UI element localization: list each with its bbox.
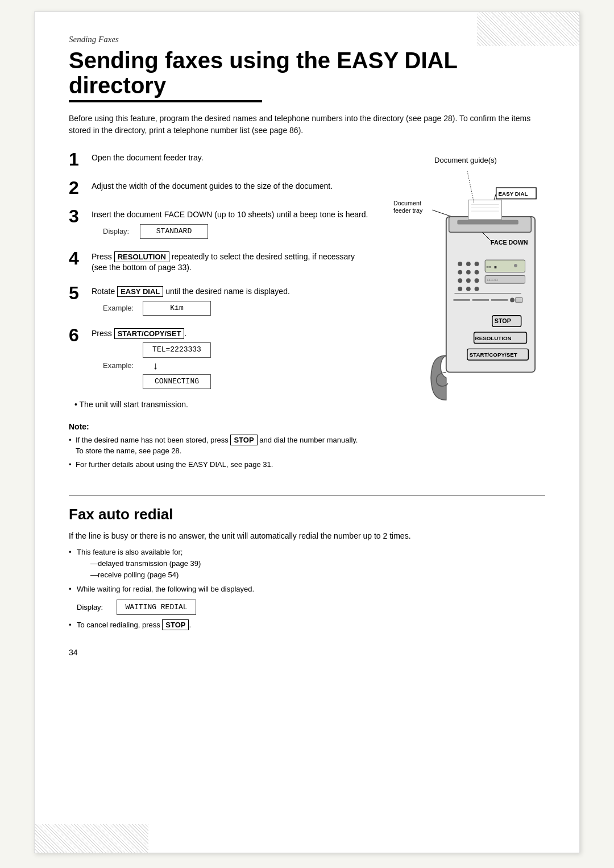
redial-intro: If the line is busy or there is no answe… [69, 530, 545, 542]
note-1: If the desired name has not been stored,… [69, 435, 369, 457]
svg-point-14 [458, 270, 462, 275]
step-3-text: Insert the document FACE DOWN (up to 10 … [92, 210, 368, 219]
page-title: Sending faxes using the EASY DIAL direct… [69, 48, 545, 98]
doc-guides-label: Document guide(s) [386, 156, 545, 164]
step-2-text: Adjust the width of the document guides … [92, 179, 369, 192]
fax-redial-section: Fax auto redial If the line is busy or t… [69, 506, 545, 631]
svg-point-15 [466, 270, 471, 275]
step-6-number: 6 [69, 326, 85, 344]
step-4-number: 4 [69, 249, 85, 267]
page-container: Sending Faxes Sending faxes using the EA… [34, 11, 580, 853]
waiting-label: Display: [77, 602, 111, 613]
step-2-number: 2 [69, 179, 85, 197]
step-6: 6 Press START/COPY/SET. Example: TEL=222… [69, 326, 369, 389]
title-underline [69, 100, 262, 102]
main-content: 1 Open the document feeder tray. 2 Adjus… [69, 150, 545, 481]
svg-point-21 [466, 287, 471, 291]
redial-bullet-1: This feature is also available for; —del… [69, 547, 545, 581]
steps-column: 1 Open the document feeder tray. 2 Adjus… [69, 150, 369, 481]
start-copy-set-button-label: START/COPY/SET [114, 328, 185, 339]
svg-point-32 [510, 298, 515, 303]
svg-point-19 [475, 278, 479, 283]
step-5-content: Rotate EASY DIAL until the desired name … [92, 284, 369, 316]
diagram-column: Document guide(s) Document feeder tray E… [386, 150, 545, 481]
svg-point-12 [466, 262, 471, 266]
svg-text:feeder tray: feeder tray [393, 207, 423, 214]
stop-button-note: STOP [230, 435, 257, 445]
svg-text:RESOLUTION: RESOLUTION [475, 335, 512, 341]
svg-text:== ■: == ■ [486, 264, 497, 270]
svg-point-20 [458, 287, 462, 291]
top-texture-decoration [477, 12, 579, 46]
svg-point-25 [514, 264, 517, 267]
svg-point-17 [458, 278, 462, 283]
redial-bullet-2: While waiting for redial, the following … [69, 584, 545, 615]
intro-paragraph: Before using this feature, program the d… [69, 113, 545, 137]
fax-machine-svg: Document feeder tray EASY DIAL FAC [386, 167, 545, 406]
step-6-content: Press START/COPY/SET. Example: TEL=22233… [92, 326, 369, 389]
svg-line-43 [467, 171, 474, 203]
svg-point-11 [458, 262, 462, 266]
step-3-display-box: STANDARD [140, 224, 208, 239]
arrow-down-icon: ↓ [153, 359, 158, 373]
note-2: For further details about using the EASY… [69, 459, 369, 470]
step-3-display-label: Display: [103, 226, 134, 237]
svg-text:EASY DIAL: EASY DIAL [499, 191, 528, 197]
step-5-example-row: Example: Kim [103, 301, 369, 316]
redial-sub-items: —delayed transmission (page 39) —receive… [77, 558, 545, 582]
step-4-text: Press RESOLUTION repeatedly to select th… [92, 249, 369, 274]
redial-sub-1: —delayed transmission (page 39) [90, 558, 545, 570]
svg-text:□□□ □: □□□ □ [487, 278, 497, 282]
svg-point-22 [475, 287, 479, 291]
step-2: 2 Adjust the width of the document guide… [69, 179, 369, 197]
redial-bullet-3: To cancel redialing, press STOP. [69, 619, 545, 631]
step-5-example-box: Kim [143, 301, 211, 316]
step-5: 5 Rotate EASY DIAL until the desired nam… [69, 284, 369, 316]
easy-dial-button-label: EASY DIAL [117, 286, 163, 297]
waiting-display-box: WAITING REDIAL [117, 600, 196, 615]
step-1-text: Open the document feeder tray. [92, 150, 369, 164]
step-6-example-row: Example: TEL=2223333 ↓ CONNECTING [103, 342, 369, 389]
svg-text:START/COPY/SET: START/COPY/SET [470, 352, 517, 358]
notes-section: Note: If the desired name has not been s… [69, 422, 369, 470]
svg-point-18 [466, 278, 471, 283]
section-label: Sending Faxes [69, 35, 545, 44]
fax-redial-title: Fax auto redial [69, 506, 545, 523]
svg-text:Document: Document [393, 200, 421, 206]
waiting-display-row: Display: WAITING REDIAL [77, 600, 545, 615]
step-3: 3 Insert the document FACE DOWN (up to 1… [69, 207, 369, 239]
resolution-button-label: RESOLUTION [114, 251, 169, 262]
step-3-number: 3 [69, 207, 85, 225]
note-1-store: To store the name, see page 28. [76, 447, 181, 455]
svg-rect-8 [457, 220, 518, 225]
svg-rect-39 [468, 200, 502, 220]
step-4: 4 Press RESOLUTION repeatedly to select … [69, 249, 369, 274]
svg-text:STOP: STOP [495, 317, 511, 324]
step-3-display-row: Display: STANDARD [103, 224, 369, 239]
bottom-texture-decoration [35, 824, 148, 853]
step-6-tel-box: TEL=2223333 [143, 342, 211, 357]
notes-title: Note: [69, 422, 369, 431]
step-6-example-label: Example: [103, 361, 137, 371]
svg-point-13 [475, 262, 479, 266]
step-5-number: 5 [69, 284, 85, 302]
svg-point-16 [475, 270, 479, 275]
step-1-number: 1 [69, 150, 85, 168]
section-divider [69, 495, 545, 495]
transmission-note: The unit will start transmission. [74, 399, 369, 411]
redial-sub-2: —receive polling (page 54) [90, 569, 545, 581]
step-3-content: Insert the document FACE DOWN (up to 10 … [92, 207, 369, 239]
step-6-connecting-box: CONNECTING [143, 374, 211, 389]
page-number: 34 [69, 648, 545, 657]
step-1: 1 Open the document feeder tray. [69, 150, 369, 168]
svg-text:FACE DOWN: FACE DOWN [491, 239, 528, 246]
step-5-example-label: Example: [103, 303, 137, 313]
stop-button-redial: STOP [162, 619, 189, 630]
fax-diagram: Document guide(s) Document feeder tray E… [386, 156, 545, 408]
